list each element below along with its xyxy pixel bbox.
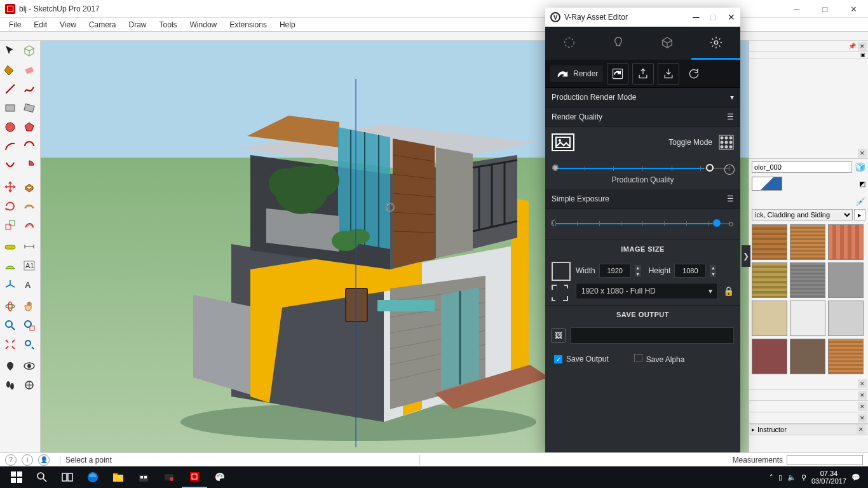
render-mode-dropdown[interactable]: Production Render Mode ▾: [545, 88, 740, 107]
menu-edit[interactable]: Edit: [27, 19, 53, 30]
dimension-tool[interactable]: [20, 238, 38, 255]
tray-chevron-icon[interactable]: ˄: [770, 473, 773, 482]
slider-handle[interactable]: [706, 164, 714, 172]
spin-down[interactable]: ▼: [635, 271, 641, 277]
material-swatch-item[interactable]: [752, 262, 787, 298]
tray-wifi-icon[interactable]: ⚲: [801, 473, 806, 482]
close-button[interactable]: ✕: [839, 0, 868, 18]
menu-draw[interactable]: Draw: [123, 19, 153, 30]
render-quality-header[interactable]: Render Quality ☰: [545, 107, 740, 127]
taskbar-clock[interactable]: 07.34 03/07/2017: [811, 470, 846, 485]
material-category-select[interactable]: ick, Cladding and Siding: [752, 209, 853, 220]
position-camera-tool[interactable]: [1, 357, 19, 375]
previous-view-tool[interactable]: [20, 336, 38, 353]
material-swatch-item[interactable]: [828, 339, 864, 374]
offset-tool[interactable]: [20, 216, 38, 234]
tray-battery-icon[interactable]: ▯: [778, 473, 782, 482]
tray-volume-icon[interactable]: 🔈: [787, 473, 796, 482]
walk-tool[interactable]: [1, 376, 19, 394]
look-around-tool[interactable]: [20, 357, 38, 375]
pie-tool[interactable]: [20, 156, 38, 174]
two-point-arc-tool[interactable]: [20, 137, 38, 155]
panel-close-icon-2[interactable]: ✕: [858, 149, 867, 158]
move-tool[interactable]: [1, 178, 19, 196]
spin-up[interactable]: ▲: [635, 265, 641, 271]
vray-tab-settings[interactable]: [691, 27, 740, 60]
minimize-button[interactable]: ─: [782, 0, 811, 18]
pan-tool[interactable]: [20, 297, 38, 315]
vray-interactive-render-button[interactable]: [607, 63, 628, 85]
arc-tool[interactable]: [1, 137, 19, 155]
width-input[interactable]: [599, 264, 631, 278]
vray-close-button[interactable]: ✕: [728, 12, 735, 22]
line-tool[interactable]: [1, 80, 19, 98]
create-material-icon[interactable]: 🧊: [855, 162, 865, 172]
taskbar-explorer[interactable]: [105, 466, 131, 488]
tape-measure-tool[interactable]: [1, 238, 19, 255]
material-swatch-item[interactable]: [790, 301, 825, 336]
slider-handle[interactable]: [713, 219, 721, 227]
panel-close-icon-4[interactable]: ✕: [858, 391, 867, 400]
material-swatch-item[interactable]: [752, 339, 787, 374]
task-view-button[interactable]: [55, 466, 80, 488]
file-image-icon[interactable]: 🖼: [552, 329, 566, 342]
aspect-crop-icon[interactable]: [552, 285, 568, 301]
help-icon[interactable]: ?: [5, 454, 17, 466]
zoom-tool[interactable]: [1, 316, 19, 334]
rotate-tool[interactable]: [1, 197, 19, 215]
rotated-rect-tool[interactable]: [20, 99, 38, 117]
material-swatch-item[interactable]: [828, 301, 864, 336]
make-component-tool[interactable]: [20, 42, 38, 60]
taskbar-sketchup[interactable]: [182, 466, 207, 488]
panel-mini-close-icon[interactable]: ▣: [860, 52, 868, 58]
polygon-tool[interactable]: [20, 118, 38, 136]
menu-camera[interactable]: Camera: [83, 19, 123, 30]
vray-minimize-button[interactable]: ─: [693, 12, 700, 22]
panel-close-icon-5[interactable]: ✕: [858, 402, 867, 411]
material-swatch-item[interactable]: [790, 224, 825, 260]
quality-slider[interactable]: ✺ ◯: [555, 168, 730, 169]
three-point-arc-tool[interactable]: [1, 156, 19, 174]
rectangle-tool[interactable]: [1, 99, 19, 117]
material-nav-button[interactable]: ▸: [854, 209, 865, 220]
freehand-tool[interactable]: [20, 80, 38, 98]
material-swatch-item[interactable]: [752, 301, 787, 336]
menu-window[interactable]: Window: [184, 19, 224, 30]
grid-icon[interactable]: [719, 135, 734, 150]
spin-down[interactable]: ▼: [710, 271, 716, 277]
search-button[interactable]: [29, 466, 55, 488]
taskbar-paint[interactable]: [207, 466, 233, 488]
panel-close-icon-6[interactable]: ✕: [858, 414, 867, 423]
material-swatch-item[interactable]: [752, 224, 787, 260]
vray-render-button[interactable]: Render: [550, 65, 603, 82]
vray-reset-button[interactable]: [683, 63, 705, 85]
aspect-full-icon[interactable]: [552, 262, 571, 281]
follow-me-tool[interactable]: [20, 197, 38, 215]
scale-tool[interactable]: [1, 216, 19, 234]
paint-bucket-tool[interactable]: [1, 61, 19, 79]
panel-close-icon-3[interactable]: ✕: [858, 379, 867, 388]
material-swatch-item[interactable]: [790, 262, 825, 298]
vray-maximize-button[interactable]: □: [711, 12, 716, 22]
lock-icon[interactable]: 🔒: [723, 286, 734, 296]
vray-import-button[interactable]: [658, 63, 679, 85]
height-input[interactable]: [674, 264, 706, 278]
save-output-checkbox[interactable]: ✓Save Output: [554, 355, 609, 363]
notifications-icon[interactable]: 💬: [851, 473, 860, 482]
protractor-tool[interactable]: [1, 257, 19, 274]
menu-extensions[interactable]: Extensions: [223, 19, 273, 30]
taskbar-store[interactable]: [131, 466, 156, 488]
material-swatch-item[interactable]: [828, 262, 864, 298]
material-swatch-item[interactable]: [790, 339, 825, 374]
eyedropper-icon[interactable]: 💉: [855, 197, 865, 207]
axes-tool[interactable]: [1, 276, 19, 294]
taskbar-edge[interactable]: [80, 466, 105, 488]
vray-tab-geometry[interactable]: [643, 27, 692, 60]
vray-tab-materials[interactable]: [545, 27, 594, 60]
zoom-extents-tool[interactable]: [1, 336, 19, 353]
menu-view[interactable]: View: [53, 19, 83, 30]
panel-instructor-header[interactable]: ▸Instructor✕: [749, 424, 868, 435]
push-pull-tool[interactable]: [20, 178, 38, 196]
sliders-icon[interactable]: ☰: [727, 112, 734, 121]
back-face-icon[interactable]: ◩: [859, 180, 865, 188]
